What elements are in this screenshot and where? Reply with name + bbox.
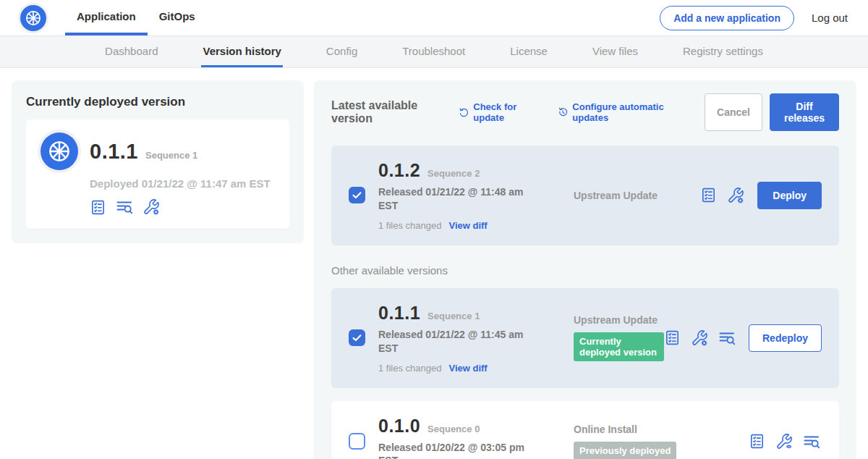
redeploy-button[interactable]: Redeploy: [749, 324, 822, 352]
version-checkbox[interactable]: [349, 433, 365, 450]
preflight-icon[interactable]: [691, 329, 708, 347]
view-diff-link[interactable]: View diff: [448, 220, 487, 231]
configure-automatic-updates-label: Configure automatic updates: [572, 101, 689, 123]
version-source-label: Upstream Update: [574, 190, 700, 201]
tab-license[interactable]: License: [509, 36, 549, 67]
tab-config-label: Config: [326, 45, 357, 57]
version-checkbox[interactable]: [349, 329, 365, 346]
version-number: 0.1.2: [378, 160, 420, 181]
check-for-update-label: Check for update: [473, 101, 542, 123]
version-row-0-1-2: 0.1.2 Sequence 2 Released 01/21/22 @ 11:…: [331, 146, 839, 245]
config-icon[interactable]: [749, 433, 765, 450]
cancel-button[interactable]: Cancel: [705, 93, 762, 131]
tab-registry-settings-label: Registry settings: [683, 45, 763, 57]
main-content: Currently deployed version 0.1.1 Sequenc…: [0, 68, 868, 459]
version-number: 0.1.1: [378, 303, 420, 324]
deploy-button[interactable]: Deploy: [757, 182, 822, 209]
preflight-icon[interactable]: [142, 198, 160, 216]
tab-registry-settings[interactable]: Registry settings: [681, 36, 765, 67]
app-sub-navbar: Dashboard Version history Config Trouble…: [0, 36, 868, 68]
version-source-label: Online Install: [574, 424, 749, 435]
config-icon[interactable]: [700, 187, 717, 203]
released-timestamp: Released 01/21/22 @ 11:48 am EST: [378, 185, 529, 213]
checkmark-icon: [351, 189, 363, 201]
currently-deployed-card: 0.1.1 Sequence 1 Deployed 01/21/22 @ 11:…: [26, 119, 289, 229]
sequence-label: Sequence 1: [427, 311, 480, 321]
logout-link[interactable]: Log out: [812, 12, 848, 24]
refresh-icon: [459, 106, 469, 118]
tab-dashboard-label: Dashboard: [105, 45, 158, 57]
preflight-icon[interactable]: [727, 187, 744, 204]
check-for-update-link[interactable]: Check for update: [459, 101, 542, 123]
auto-update-icon: [558, 106, 568, 118]
tab-troubleshoot-label: Troubleshoot: [402, 45, 465, 57]
top-nav-right: Add a new application Log out: [660, 0, 848, 35]
tab-application[interactable]: Application: [65, 0, 148, 35]
tab-gitops-label: GitOps: [159, 10, 195, 22]
files-changed-label: 1 files changed: [378, 363, 441, 374]
add-application-button[interactable]: Add a new application: [660, 6, 794, 30]
deployed-sequence-label: Sequence 1: [145, 150, 197, 161]
top-nav-tabs: Application GitOps: [65, 0, 207, 35]
diff-releases-button[interactable]: Diff releases: [770, 93, 839, 131]
config-icon[interactable]: [664, 329, 681, 346]
available-versions-panel: Latest available version Check for updat…: [314, 80, 856, 459]
config-icon[interactable]: [90, 199, 106, 216]
tab-view-files[interactable]: View files: [591, 36, 639, 67]
deployed-version-number: 0.1.1: [90, 140, 138, 164]
app-logo[interactable]: [20, 0, 46, 35]
currently-deployed-badge: Currently deployed version: [574, 332, 664, 361]
tab-license-label: License: [510, 45, 548, 57]
configure-automatic-updates-link[interactable]: Configure automatic updates: [558, 101, 689, 123]
version-checkbox[interactable]: [349, 187, 365, 203]
deployed-timestamp: Deployed 01/21/22 @ 11:47 am EST: [90, 177, 275, 190]
tab-version-history-label: Version history: [203, 45, 281, 57]
view-diff-link[interactable]: View diff: [448, 363, 487, 374]
deploy-logs-icon[interactable]: [803, 433, 820, 450]
deploy-logs-icon[interactable]: [116, 198, 133, 216]
currently-deployed-panel: Currently deployed version 0.1.1 Sequenc…: [12, 80, 304, 243]
released-timestamp: Released 01/21/22 @ 11:45 am EST: [378, 328, 529, 355]
tab-application-label: Application: [77, 10, 136, 22]
version-number: 0.1.0: [378, 416, 420, 437]
files-changed-label: 1 files changed: [378, 220, 441, 231]
tab-version-history[interactable]: Version history: [201, 36, 282, 67]
tab-dashboard[interactable]: Dashboard: [103, 36, 159, 67]
tab-view-files-label: View files: [592, 45, 638, 57]
preflight-view-icon[interactable]: [775, 433, 793, 450]
latest-available-header: Latest available version Check for updat…: [331, 93, 839, 131]
tab-troubleshoot[interactable]: Troubleshoot: [401, 36, 467, 67]
sequence-label: Sequence 2: [427, 168, 480, 179]
other-versions-title: Other available versions: [331, 264, 839, 277]
version-row-0-1-0: 0.1.0 Sequence 0 Released 01/20/22 @ 03:…: [331, 401, 839, 459]
previously-deployed-badge: Previously deployed: [574, 442, 676, 459]
latest-available-title: Latest available version: [331, 99, 448, 125]
released-timestamp: Released 01/20/22 @ 03:05 pm EST: [378, 441, 529, 459]
deploy-logs-icon[interactable]: [718, 329, 736, 347]
top-navbar: Application GitOps Add a new application…: [0, 0, 868, 36]
tab-config[interactable]: Config: [325, 36, 359, 67]
version-source-label: Upstream Update: [574, 314, 664, 326]
sequence-label: Sequence 0: [427, 424, 480, 434]
tab-gitops[interactable]: GitOps: [148, 0, 207, 35]
kubernetes-icon: [20, 5, 46, 31]
checkmark-icon: [351, 332, 363, 344]
version-row-0-1-1: 0.1.1 Sequence 1 Released 01/21/22 @ 11:…: [331, 288, 839, 388]
kubernetes-app-icon: [41, 132, 78, 170]
currently-deployed-title: Currently deployed version: [26, 95, 289, 109]
